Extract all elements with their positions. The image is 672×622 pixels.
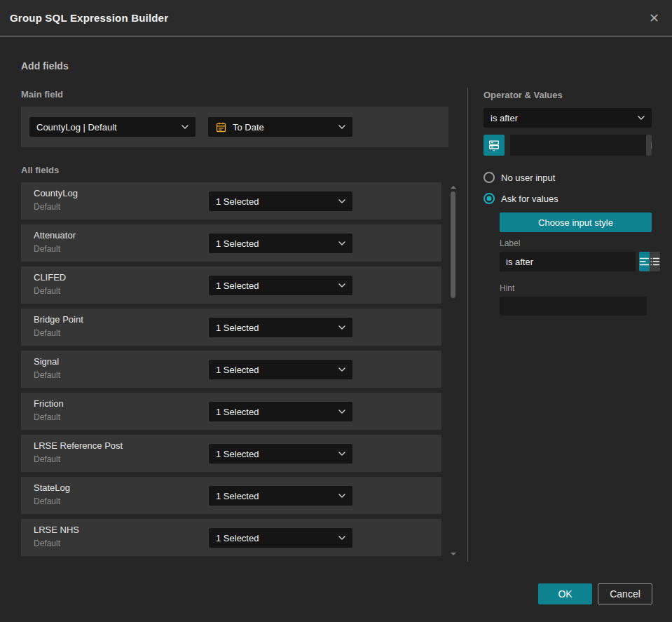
radio-no-user-input[interactable]: No user input <box>484 172 555 183</box>
fields-list-scrollbar[interactable] <box>449 184 458 561</box>
field-name: Bridge Point <box>34 314 83 325</box>
field-name: CLIFED <box>34 272 66 283</box>
field-values-dropdown[interactable]: 1 Selected <box>209 528 352 548</box>
field-name: LRSE Reference Post <box>34 440 123 451</box>
choose-input-style-button[interactable]: Choose input style <box>500 212 652 232</box>
label-input[interactable] <box>500 252 636 271</box>
chevron-down-icon <box>338 410 345 414</box>
field-values-dropdown[interactable]: 1 Selected <box>209 191 352 211</box>
chevron-down-icon <box>638 116 645 120</box>
scroll-down-arrow-icon[interactable] <box>451 553 456 555</box>
chevron-down-icon <box>338 367 345 372</box>
scroll-up-arrow-icon[interactable] <box>451 186 456 189</box>
field-row: Bridge Point Default 1 Selected <box>21 309 441 346</box>
radio-no-user-input-label: No user input <box>501 173 555 183</box>
panel-divider <box>467 88 468 562</box>
field-sublabel: Default <box>34 202 60 212</box>
field-row: StateLog Default 1 Selected <box>21 477 441 514</box>
field-values-dropdown-value: 1 Selected <box>216 491 259 501</box>
field-sublabel: Default <box>34 412 60 422</box>
chevron-down-icon <box>338 283 345 288</box>
main-field-box: CountyLog | Default To Date <box>21 107 448 147</box>
cancel-button[interactable]: Cancel <box>598 583 652 604</box>
field-sublabel: Default <box>34 244 60 254</box>
chevron-down-icon <box>338 199 345 203</box>
field-row: CLIFED Default 1 Selected <box>21 266 441 304</box>
all-fields-list: CountyLog Default 1 Selected Attenuator … <box>21 182 441 561</box>
field-row: CountyLog Default 1 Selected <box>21 182 441 219</box>
field-sublabel: Default <box>34 539 60 548</box>
hint-caption: Hint <box>500 283 652 293</box>
field-row: Friction Default 1 Selected <box>21 393 441 430</box>
field-values-dropdown-value: 1 Selected <box>216 365 259 375</box>
scrollbar-thumb[interactable] <box>451 191 455 298</box>
operator-values-heading: Operator & Values <box>484 90 563 100</box>
field-sublabel: Default <box>34 496 60 506</box>
add-fields-heading: Add fields <box>21 60 69 72</box>
main-field-label: Main field <box>21 89 63 100</box>
field-values-dropdown-value: 1 Selected <box>216 449 259 459</box>
field-values-dropdown[interactable]: 1 Selected <box>209 318 352 337</box>
calendar-icon <box>215 121 227 133</box>
chevron-down-icon <box>338 241 345 245</box>
unique-values-button[interactable] <box>484 135 505 156</box>
bullet-list-icon-button[interactable] <box>650 252 660 271</box>
field-values-dropdown[interactable]: 1 Selected <box>209 360 352 379</box>
field-name: Attenuator <box>34 230 76 241</box>
field-values-dropdown-value: 1 Selected <box>216 196 259 207</box>
dialog-header: Group SQL Expression Builder ✕ <box>0 0 672 36</box>
radio-ask-for-values[interactable]: Ask for values <box>484 193 558 204</box>
field-type-dropdown[interactable]: To Date <box>208 117 352 137</box>
ask-for-values-options: Choose input style Label <box>500 212 652 316</box>
radio-circle-icon <box>484 193 495 204</box>
dialog-title: Group SQL Expression Builder <box>10 12 168 24</box>
date-picker-button[interactable] <box>646 135 652 156</box>
field-values-dropdown-value: 1 Selected <box>216 407 259 417</box>
field-sublabel: Default <box>34 328 60 338</box>
field-name: Friction <box>34 398 64 409</box>
field-values-dropdown-value: 1 Selected <box>216 280 259 291</box>
field-name: StateLog <box>34 482 70 493</box>
label-input-row <box>500 252 652 271</box>
field-type-dropdown-value: To Date <box>233 122 264 133</box>
group-sql-expression-builder-dialog: Group SQL Expression Builder ✕ Add field… <box>0 0 672 622</box>
operator-dropdown-value: is after <box>491 113 518 123</box>
field-values-dropdown[interactable]: 1 Selected <box>209 444 352 464</box>
field-sublabel: Default <box>34 370 60 380</box>
field-row: Signal Default 1 Selected <box>21 351 441 388</box>
field-row: Attenuator Default 1 Selected <box>21 224 441 262</box>
value-input[interactable] <box>510 135 646 156</box>
field-values-dropdown[interactable]: 1 Selected <box>209 402 352 421</box>
field-row: LRSE Reference Post Default 1 Selected <box>21 435 441 472</box>
field-values-dropdown[interactable]: 1 Selected <box>209 486 352 506</box>
operator-dropdown[interactable]: is after <box>484 108 652 128</box>
field-values-dropdown-value: 1 Selected <box>216 533 259 543</box>
field-name: LRSE NHS <box>34 525 79 535</box>
field-values-dropdown-value: 1 Selected <box>216 323 259 333</box>
chevron-down-icon <box>338 536 345 540</box>
hint-input[interactable] <box>500 297 647 316</box>
all-fields-label: All fields <box>21 165 59 175</box>
field-values-dropdown-value: 1 Selected <box>216 238 259 249</box>
chevron-down-icon <box>338 125 345 129</box>
chevron-down-icon <box>338 325 345 330</box>
value-input-row <box>484 135 652 156</box>
field-sublabel: Default <box>34 454 60 464</box>
chevron-down-icon <box>338 494 345 498</box>
field-sublabel: Default <box>34 286 60 296</box>
field-values-dropdown[interactable]: 1 Selected <box>209 234 352 253</box>
align-left-icon-button[interactable] <box>639 252 650 271</box>
close-icon[interactable]: ✕ <box>646 11 662 26</box>
field-name: CountyLog <box>34 188 78 198</box>
chevron-down-icon <box>338 452 345 456</box>
main-field-dropdown[interactable]: CountyLog | Default <box>29 117 196 137</box>
field-row: LRSE NHS Default 1 Selected <box>21 519 441 556</box>
chevron-down-icon <box>181 125 188 129</box>
radio-ask-for-values-label: Ask for values <box>501 194 558 204</box>
label-caption: Label <box>500 238 652 248</box>
ok-button[interactable]: OK <box>538 583 592 604</box>
radio-circle-icon <box>484 172 495 183</box>
main-field-dropdown-value: CountyLog | Default <box>36 122 117 133</box>
field-values-dropdown[interactable]: 1 Selected <box>209 276 352 295</box>
value-field-wrap <box>510 135 652 156</box>
